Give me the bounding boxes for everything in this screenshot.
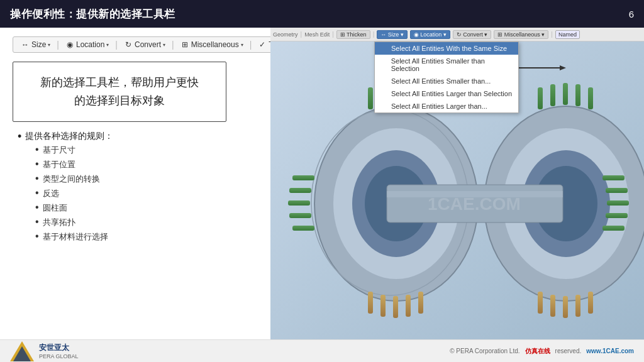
svg-rect-31 xyxy=(588,87,593,109)
cad-viewport: Geometry | Mesh Edit | ⊞ Thicken | ↔ Siz… xyxy=(270,28,644,362)
svg-rect-40 xyxy=(606,213,628,218)
svg-rect-17 xyxy=(418,292,423,314)
svg-rect-18 xyxy=(292,175,314,180)
bullet-sub-1: 基于尺寸 xyxy=(35,145,258,156)
bullet-sub-4: 反选 xyxy=(35,188,258,199)
slide-title: 操作便利性：提供新的选择工具栏 xyxy=(10,7,175,21)
location-overlay-btn[interactable]: ◉ Location ▾ xyxy=(410,30,450,39)
convert-dropdown-arrow: ▾ xyxy=(163,42,165,48)
tolerances-icon: ✓ xyxy=(258,40,267,49)
svg-rect-22 xyxy=(292,226,314,231)
bullet-sub-6: 共享拓扑 xyxy=(35,217,258,228)
sub-bullet-list: 基于尺寸 基于位置 类型之间的转换 反选 圆柱面 共享拓扑 基于 xyxy=(35,145,258,243)
left-panel: ↔ Size ▾ | ◉ Location ▾ | ↻ Convert ▾ | … xyxy=(0,28,270,362)
svg-rect-13 xyxy=(368,292,373,314)
brand-english: PERA GLOBAL xyxy=(39,353,79,359)
dropdown-item-2[interactable]: Select All Entities Smaller than Selecti… xyxy=(375,55,518,75)
mesh-edit-label: Mesh Edit xyxy=(304,31,330,38)
dropdown-item-1[interactable]: Select All Entities With the Same Size xyxy=(375,42,518,55)
svg-rect-8 xyxy=(368,87,373,109)
arrow-annotation xyxy=(519,62,569,77)
company-logo xyxy=(10,341,34,361)
size-toolbar-item[interactable]: ↔ Size ▾ xyxy=(18,40,53,50)
misc-overlay-btn[interactable]: ⊞ Miscellaneous ▾ xyxy=(494,30,548,39)
svg-rect-35 xyxy=(575,295,580,317)
svg-rect-37 xyxy=(602,175,625,180)
slide-number: 6 xyxy=(629,9,634,19)
bullet-sub-2: 基于位置 xyxy=(35,159,258,170)
description-box: 新的选择工具栏，帮助用户更快 的选择到目标对象 xyxy=(13,62,226,122)
svg-rect-27 xyxy=(538,87,543,109)
location-toolbar-item[interactable]: ◉ Location ▾ xyxy=(63,40,111,50)
convert-toolbar-item[interactable]: ↻ Convert ▾ xyxy=(121,40,168,50)
svg-text:1CAE.COM: 1CAE.COM xyxy=(428,194,521,214)
geometry-label: Geometry xyxy=(273,31,298,38)
svg-rect-29 xyxy=(563,83,568,105)
svg-rect-14 xyxy=(380,295,386,317)
location-icon: ◉ xyxy=(65,40,74,49)
svg-rect-21 xyxy=(289,213,311,218)
arrow-svg xyxy=(519,62,569,74)
bullet-sub-7: 基于材料进行选择 xyxy=(35,231,258,243)
svg-rect-30 xyxy=(575,84,580,106)
misc-icon: ⊞ xyxy=(180,40,189,49)
svg-rect-36 xyxy=(588,292,593,314)
misc-dropdown-arrow: ▾ xyxy=(241,42,243,48)
size-overlay-btn[interactable]: ↔ Size ▾ xyxy=(377,30,408,39)
convert-icon: ↻ xyxy=(124,40,133,49)
svg-rect-15 xyxy=(393,296,398,318)
bullet-sub-5: 圆柱面 xyxy=(35,202,258,214)
brand-text-group: 安世亚太 PERA GLOBAL xyxy=(39,343,79,359)
slide-footer: 安世亚太 PERA GLOBAL © PERA Corporation Ltd.… xyxy=(0,339,644,362)
convert-overlay-btn[interactable]: ↻ Convert ▾ xyxy=(453,30,492,39)
misc-toolbar-item[interactable]: ⊞ Miscellaneous ▾ xyxy=(178,40,246,50)
reserved-text: reserved. xyxy=(555,348,582,354)
watermark-text: 仿真在线 xyxy=(525,347,550,356)
svg-rect-16 xyxy=(406,295,411,317)
size-dropdown-menu: Select All Entities With the Same Size S… xyxy=(374,41,519,113)
svg-rect-32 xyxy=(538,292,543,314)
bullet-main-item: 提供各种选择的规则： xyxy=(18,131,258,142)
footer-copyright: © PERA Corporation Ltd. 仿真在线 reserved. w… xyxy=(450,347,634,356)
location-dropdown-arrow: ▾ xyxy=(106,42,109,48)
dropdown-item-5[interactable]: Select All Entities Larger than... xyxy=(375,100,518,112)
svg-rect-39 xyxy=(607,200,629,206)
svg-rect-41 xyxy=(602,226,625,231)
svg-marker-1 xyxy=(560,65,566,70)
svg-rect-34 xyxy=(563,296,568,318)
separator-3: | xyxy=(172,40,174,50)
brand-chinese: 安世亚太 xyxy=(39,343,79,353)
svg-rect-20 xyxy=(288,200,310,206)
cad-toolbar-overlay[interactable]: Geometry | Mesh Edit | ⊞ Thicken | ↔ Siz… xyxy=(270,28,644,41)
dropdown-item-4[interactable]: Select All Entities Larger than Selectio… xyxy=(375,87,518,100)
dropdown-item-3[interactable]: Select All Entities Smaller than... xyxy=(375,75,518,87)
separator-1: | xyxy=(57,40,59,50)
slide-header: 操作便利性：提供新的选择工具栏 6 xyxy=(0,0,644,28)
named-badge[interactable]: Named xyxy=(555,30,580,39)
separator-2: | xyxy=(115,40,118,50)
copyright-text: © PERA Corporation Ltd. xyxy=(450,348,519,354)
bullet-list: 提供各种选择的规则： 基于尺寸 基于位置 类型之间的转换 反选 圆柱面 xyxy=(13,131,258,246)
svg-rect-28 xyxy=(550,84,555,106)
selection-toolbar[interactable]: ↔ Size ▾ | ◉ Location ▾ | ↻ Convert ▾ | … xyxy=(13,36,313,53)
size-dropdown-arrow: ▾ xyxy=(48,42,50,48)
svg-rect-33 xyxy=(550,295,555,317)
url-text: www.1CAE.com xyxy=(586,348,634,354)
description-text: 新的选择工具栏，帮助用户更快 的选择到目标对象 xyxy=(23,74,216,110)
size-icon: ↔ xyxy=(21,40,30,49)
svg-rect-38 xyxy=(606,188,628,193)
bullet-sub-3: 类型之间的转换 xyxy=(35,173,258,185)
separator-4: | xyxy=(250,40,252,50)
thicken-button[interactable]: ⊞ Thicken xyxy=(336,30,370,39)
footer-brand-area: 安世亚太 PERA GLOBAL xyxy=(10,341,79,361)
svg-rect-19 xyxy=(289,188,311,193)
main-content: ↔ Size ▾ | ◉ Location ▾ | ↻ Convert ▾ | … xyxy=(0,28,644,362)
